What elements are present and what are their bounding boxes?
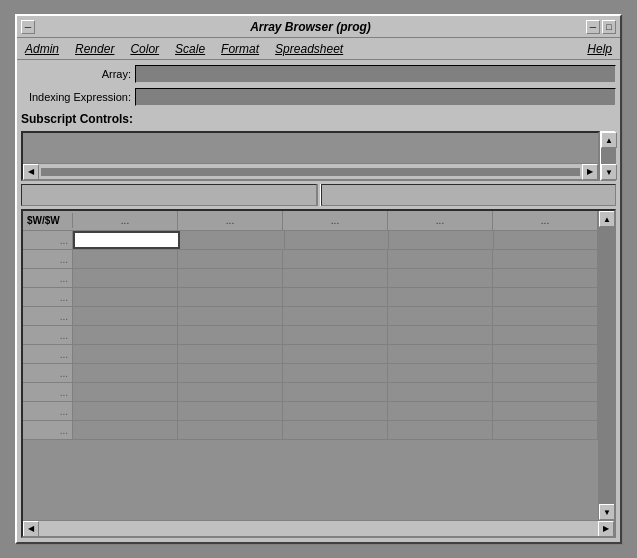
menu-spreadsheet[interactable]: Spreadsheet [271,41,347,57]
grid-cell-2-2[interactable] [283,269,388,287]
grid-cell-3-2[interactable] [283,288,388,306]
grid-cell-4-2[interactable] [283,307,388,325]
maximize-button[interactable]: □ [602,20,616,34]
grid-vscroll-up-btn[interactable]: ▲ [599,211,614,227]
grid-cell-5-4[interactable] [493,326,598,344]
grid-cell-5-2[interactable] [283,326,388,344]
split-left-pane[interactable] [21,184,317,206]
grid-col-1: ... [178,211,283,230]
grid-cell-0-0[interactable] [73,231,180,249]
spreadsheet-grid: $W/$W ... ... ... ... ... ... [23,211,598,520]
grid-cell-10-4[interactable] [493,421,598,439]
grid-corner: $W/$W [23,213,73,228]
grid-cell-4-0[interactable] [73,307,178,325]
grid-cell-0-4[interactable] [494,231,598,249]
grid-cell-0-3[interactable] [389,231,493,249]
grid-hscroll-left-btn[interactable]: ◀ [23,521,39,537]
grid-row-label-8: ... [23,383,73,401]
spreadsheet-hscroll: ◀ ▶ [23,520,614,536]
grid-row-0: ... [23,231,598,250]
grid-cell-9-3[interactable] [388,402,493,420]
indexing-input[interactable] [135,88,616,106]
grid-cell-2-0[interactable] [73,269,178,287]
grid-cell-10-2[interactable] [283,421,388,439]
menu-scale[interactable]: Scale [171,41,209,57]
grid-cell-7-2[interactable] [283,364,388,382]
hscroll-left-btn[interactable]: ◀ [23,164,39,180]
grid-row-9: ... [23,402,598,421]
menu-help[interactable]: Help [583,41,616,57]
grid-row-7: ... [23,364,598,383]
grid-cell-1-3[interactable] [388,250,493,268]
grid-vscroll-down-btn[interactable]: ▼ [599,504,614,520]
grid-cell-4-1[interactable] [178,307,283,325]
grid-cell-6-4[interactable] [493,345,598,363]
menu-format[interactable]: Format [217,41,263,57]
menu-render[interactable]: Render [71,41,118,57]
grid-cell-8-4[interactable] [493,383,598,401]
grid-row-label-10: ... [23,421,73,439]
vscroll-track [601,148,615,164]
grid-cell-9-0[interactable] [73,402,178,420]
grid-cell-3-4[interactable] [493,288,598,306]
grid-cell-6-1[interactable] [178,345,283,363]
grid-cell-0-2[interactable] [285,231,389,249]
grid-cell-3-1[interactable] [178,288,283,306]
main-window: ─ Array Browser (prog) ─ □ Admin Render … [15,14,622,544]
title-bar: ─ Array Browser (prog) ─ □ [17,16,620,38]
menu-admin[interactable]: Admin [21,41,63,57]
grid-cell-9-2[interactable] [283,402,388,420]
indexing-label: Indexing Expression: [21,91,131,103]
vscroll-up-btn[interactable]: ▲ [601,132,617,148]
array-input[interactable] [135,65,616,83]
grid-cell-5-1[interactable] [178,326,283,344]
grid-cell-5-0[interactable] [73,326,178,344]
vscroll-down-btn[interactable]: ▼ [601,164,617,180]
grid-cell-6-3[interactable] [388,345,493,363]
grid-cell-8-1[interactable] [178,383,283,401]
split-right-pane[interactable] [321,184,617,206]
grid-cell-1-1[interactable] [178,250,283,268]
grid-cell-1-4[interactable] [493,250,598,268]
grid-row-6: ... [23,345,598,364]
grid-row-3: ... [23,288,598,307]
grid-cell-8-0[interactable] [73,383,178,401]
grid-cell-6-0[interactable] [73,345,178,363]
grid-cell-2-4[interactable] [493,269,598,287]
grid-cell-7-3[interactable] [388,364,493,382]
grid-cell-10-0[interactable] [73,421,178,439]
system-menu-button[interactable]: ─ [21,20,35,34]
grid-cell-3-0[interactable] [73,288,178,306]
subscript-vscroll: ▲ ▼ [600,131,616,181]
grid-cell-9-1[interactable] [178,402,283,420]
grid-cell-6-2[interactable] [283,345,388,363]
grid-cell-2-3[interactable] [388,269,493,287]
grid-cell-1-2[interactable] [283,250,388,268]
indexing-row: Indexing Expression: [21,87,616,107]
grid-header: $W/$W ... ... ... ... ... [23,211,598,231]
grid-cell-10-1[interactable] [178,421,283,439]
spreadsheet-container: $W/$W ... ... ... ... ... ... [21,209,616,538]
grid-cell-8-3[interactable] [388,383,493,401]
grid-cell-7-0[interactable] [73,364,178,382]
grid-row-label-1: ... [23,250,73,268]
grid-cell-7-4[interactable] [493,364,598,382]
grid-cell-4-4[interactable] [493,307,598,325]
menu-color[interactable]: Color [126,41,163,57]
grid-cell-1-0[interactable] [73,250,178,268]
array-label: Array: [21,68,131,80]
minimize-button[interactable]: ─ [586,20,600,34]
grid-cell-3-3[interactable] [388,288,493,306]
grid-cell-2-1[interactable] [178,269,283,287]
hscroll-right-btn[interactable]: ▶ [582,164,598,180]
grid-cell-9-4[interactable] [493,402,598,420]
grid-cell-5-3[interactable] [388,326,493,344]
grid-cell-7-1[interactable] [178,364,283,382]
grid-cell-0-1[interactable] [180,231,284,249]
grid-row-1: ... [23,250,598,269]
grid-cell-4-3[interactable] [388,307,493,325]
grid-vscroll-track [599,227,614,504]
grid-cell-10-3[interactable] [388,421,493,439]
grid-cell-8-2[interactable] [283,383,388,401]
grid-hscroll-right-btn[interactable]: ▶ [598,521,614,537]
